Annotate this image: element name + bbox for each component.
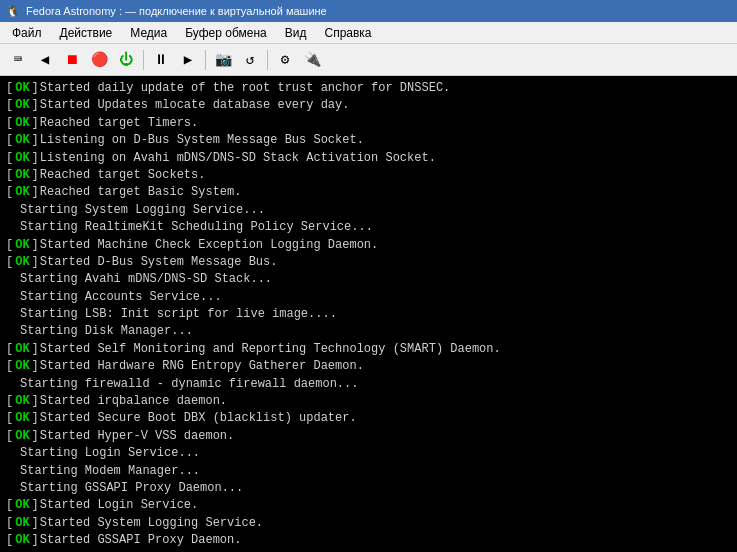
ok-status: OK xyxy=(15,237,29,254)
usb-icon[interactable]: 🔌 xyxy=(300,48,324,72)
terminal-line: [ OK ] Started Secure Boot DBX (blacklis… xyxy=(6,410,731,427)
ok-status: OK xyxy=(15,132,29,149)
line-content: Listening on Avahi mDNS/DNS-SD Stack Act… xyxy=(40,150,436,167)
line-content: Started GSSAPI Proxy Daemon. xyxy=(40,532,242,549)
line-content: Started Secure Boot DBX (blacklist) upda… xyxy=(40,410,357,427)
titlebar-title: Fedora Astronomy : — подключение к вирту… xyxy=(26,5,327,17)
bracket-right: ] xyxy=(32,167,39,184)
bracket-left: [ xyxy=(6,410,13,427)
refresh-icon[interactable]: 🔴 xyxy=(87,48,111,72)
keyboard-icon[interactable]: ⌨ xyxy=(6,48,30,72)
bracket-right: ] xyxy=(32,132,39,149)
bracket-left: [ xyxy=(6,115,13,132)
bracket-left: [ xyxy=(6,80,13,97)
bracket-left: [ xyxy=(6,393,13,410)
terminal-indent-line: Starting GSSAPI Proxy Daemon... xyxy=(20,480,731,497)
terminal-indent-line: Starting Login Service... xyxy=(20,445,731,462)
titlebar-icon: 🐧 xyxy=(6,5,20,18)
terminal-line: [ OK ] Reached target Timers. xyxy=(6,115,731,132)
ok-status: OK xyxy=(15,184,29,201)
terminal-indent-line: Starting LSB: Init script for live image… xyxy=(20,306,731,323)
bracket-right: ] xyxy=(32,341,39,358)
toolbar: ⌨◀⏹🔴⏻⏸▶📷↺⚙🔌 xyxy=(0,44,737,76)
menubar: ФайлДействиеМедиаБуфер обменаВидСправка xyxy=(0,22,737,44)
line-content: Started System Logging Service. xyxy=(40,515,263,532)
ok-status: OK xyxy=(15,358,29,375)
line-content: Started D-Bus System Message Bus. xyxy=(40,254,278,271)
toolbar-separator xyxy=(205,50,206,70)
terminal-line: [ OK ] Reached target Basic System. xyxy=(6,184,731,201)
line-content: Started Machine Check Exception Logging … xyxy=(40,237,378,254)
bracket-right: ] xyxy=(32,497,39,514)
bracket-left: [ xyxy=(6,358,13,375)
bracket-left: [ xyxy=(6,184,13,201)
play-icon[interactable]: ▶ xyxy=(176,48,200,72)
bracket-right: ] xyxy=(32,428,39,445)
bracket-left: [ xyxy=(6,532,13,549)
bracket-left: [ xyxy=(6,341,13,358)
line-content: Listening on D-Bus System Message Bus So… xyxy=(40,132,364,149)
menu-item-файл[interactable]: Файл xyxy=(4,24,50,42)
terminal-line: [ OK ] Started irqbalance daemon. xyxy=(6,393,731,410)
bracket-right: ] xyxy=(32,115,39,132)
reset-icon[interactable]: ↺ xyxy=(238,48,262,72)
bracket-right: ] xyxy=(32,97,39,114)
ok-status: OK xyxy=(15,428,29,445)
line-content: Started irqbalance daemon. xyxy=(40,393,227,410)
terminal-indent-line: Starting Modem Manager... xyxy=(20,463,731,480)
terminal-line: [ OK ] Listening on D-Bus System Message… xyxy=(6,132,731,149)
terminal-line: [ OK ] Started Machine Check Exception L… xyxy=(6,237,731,254)
menu-item-буфер обмена[interactable]: Буфер обмена xyxy=(177,24,275,42)
line-content: Started Updates mlocate database every d… xyxy=(40,97,350,114)
pause-icon[interactable]: ⏸ xyxy=(149,48,173,72)
bracket-left: [ xyxy=(6,132,13,149)
ok-status: OK xyxy=(15,254,29,271)
line-content: Reached target Sockets. xyxy=(40,167,206,184)
ok-status: OK xyxy=(15,341,29,358)
ok-status: OK xyxy=(15,532,29,549)
terminal-indent-line: Starting Disk Manager... xyxy=(20,323,731,340)
bracket-left: [ xyxy=(6,237,13,254)
stop-icon[interactable]: ⏹ xyxy=(60,48,84,72)
menu-item-медиа[interactable]: Медиа xyxy=(122,24,175,42)
ok-status: OK xyxy=(15,115,29,132)
terminal-indent-line: Starting RealtimeKit Scheduling Policy S… xyxy=(20,219,731,236)
power-icon[interactable]: ⏻ xyxy=(114,48,138,72)
bracket-right: ] xyxy=(32,358,39,375)
bracket-left: [ xyxy=(6,515,13,532)
bracket-right: ] xyxy=(32,532,39,549)
line-content: Started daily update of the root trust a… xyxy=(40,80,450,97)
toolbar-separator xyxy=(267,50,268,70)
terminal-line: [ OK ] Started Hyper-V VSS daemon. xyxy=(6,428,731,445)
ok-status: OK xyxy=(15,80,29,97)
terminal-indent-line: Starting Accounts Service... xyxy=(20,289,731,306)
terminal-line: [ OK ] Started System Logging Service. xyxy=(6,515,731,532)
terminal-line: [ OK ] Started daily update of the root … xyxy=(6,80,731,97)
ok-status: OK xyxy=(15,167,29,184)
bracket-right: ] xyxy=(32,150,39,167)
bracket-right: ] xyxy=(32,410,39,427)
terminal: [ OK ] Started daily update of the root … xyxy=(0,76,737,552)
toolbar-separator xyxy=(143,50,144,70)
terminal-line: [ OK ] Started Login Service. xyxy=(6,497,731,514)
menu-item-действие[interactable]: Действие xyxy=(52,24,121,42)
terminal-line: [ OK ] Listening on Avahi mDNS/DNS-SD St… xyxy=(6,150,731,167)
terminal-indent-line: Starting System Logging Service... xyxy=(20,202,731,219)
terminal-line: [ OK ] Started Hardware RNG Entropy Gath… xyxy=(6,358,731,375)
bracket-right: ] xyxy=(32,254,39,271)
screenshot-icon[interactable]: 📷 xyxy=(211,48,235,72)
ok-status: OK xyxy=(15,393,29,410)
bracket-left: [ xyxy=(6,150,13,167)
menu-item-вид[interactable]: Вид xyxy=(277,24,315,42)
menu-item-справка[interactable]: Справка xyxy=(316,24,379,42)
bracket-right: ] xyxy=(32,237,39,254)
line-content: Reached target Basic System. xyxy=(40,184,242,201)
terminal-indent-line: Starting Avahi mDNS/DNS-SD Stack... xyxy=(20,271,731,288)
terminal-line: [ OK ] Started Self Monitoring and Repor… xyxy=(6,341,731,358)
terminal-line: [ OK ] Started Updates mlocate database … xyxy=(6,97,731,114)
back-icon[interactable]: ◀ xyxy=(33,48,57,72)
line-content: Started Hyper-V VSS daemon. xyxy=(40,428,234,445)
settings-icon[interactable]: ⚙ xyxy=(273,48,297,72)
line-content: Started Self Monitoring and Reporting Te… xyxy=(40,341,501,358)
bracket-left: [ xyxy=(6,497,13,514)
